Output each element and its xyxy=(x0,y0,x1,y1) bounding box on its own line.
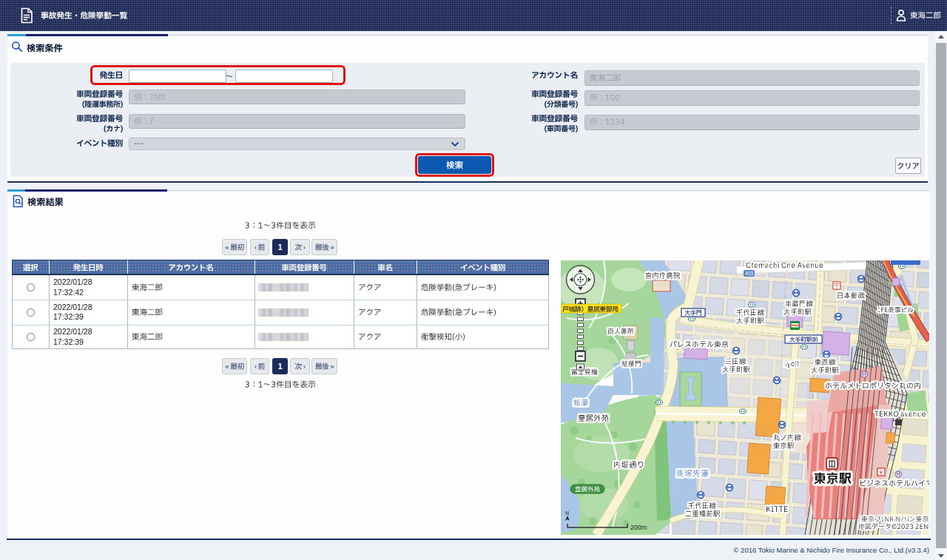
svg-text:403: 403 xyxy=(745,271,753,276)
svg-text:200m: 200m xyxy=(630,524,647,531)
svg-text:© 2016 Tokio Marine & Nichido: © 2016 Tokio Marine & Nichido Fire Insur… xyxy=(733,546,929,554)
svg-text:N: N xyxy=(565,510,569,516)
